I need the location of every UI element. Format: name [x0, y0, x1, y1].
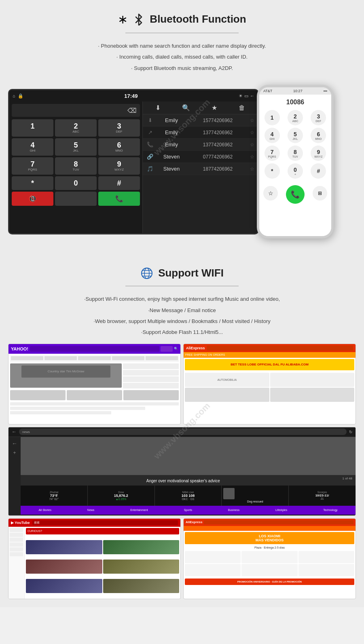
dial-2[interactable]: 2ABC [55, 119, 97, 137]
contact-name-3: Emily [157, 141, 186, 148]
search-icon[interactable]: 🔍 [182, 104, 190, 112]
contact-type-icon-2: ↗ [146, 129, 154, 135]
ali2-product-5[interactable] [241, 564, 297, 576]
news-back-button[interactable]: ← [12, 429, 17, 435]
call-start-button[interactable]: 📞 [98, 192, 140, 206]
yahoo-search-icon[interactable]: 🔍 [174, 347, 178, 351]
phone-dial-0[interactable]: 0+ [288, 163, 303, 179]
side-nav: ← + [8, 437, 21, 515]
ali2-product-3[interactable] [298, 551, 354, 563]
contact-name-1: Emily [157, 117, 186, 123]
phone-dial-4[interactable]: 4GHI [265, 128, 280, 143]
yahoo-side-3 [123, 376, 179, 382]
phone-mockup: AT&T 10:27 ▪▪▪ 10086 1 2ABC 3DEF 4GHI 5J… [257, 85, 334, 239]
yt-thumb-5[interactable] [26, 579, 102, 593]
yt-thumb-1[interactable] [26, 540, 102, 554]
bluetooth-demo: ⌂ 🔒 17:49 ☀ ▭ ← ⌫ 1 2A [8, 77, 356, 247]
dialpad-display: ⌫ [12, 104, 140, 117]
yahoo-header: YAHOO! 🔍 [8, 344, 180, 354]
dial-8[interactable]: 8TUV [55, 157, 97, 175]
yt-thumb-3[interactable] [26, 560, 102, 574]
ali2-product-4[interactable] [185, 564, 241, 576]
dial-4[interactable]: 4GHI [12, 138, 53, 156]
dial-6[interactable]: 6MNO [98, 138, 140, 156]
yahoo-thumbnails [10, 390, 179, 400]
yahoo-hero-image: Country star Tim McGraw [10, 363, 122, 388]
nav-news[interactable]: News [87, 509, 95, 511]
bt-feature-3: · Support Bluetooth music streaming, A2D… [8, 63, 356, 73]
news-url-bar[interactable]: news [19, 429, 347, 435]
aliexpress-screenshot-bottom: AliExpress LOS XIAOMIMÁS VENDIDOS Plaza … [183, 518, 356, 599]
news-headline-bar: Anger over motivational speaker's advice… [21, 475, 356, 486]
phone-dial-2[interactable]: 2ABC [288, 110, 303, 125]
backspace-button[interactable]: ⌫ [127, 107, 137, 114]
phone-grid-btn[interactable]: ⊞ [313, 186, 327, 201]
dialpad-grid: 1 2ABC 3DEF 4GHI 5JKL 6MNO 7PQRS 8TUV 9W… [12, 119, 140, 206]
phone-dial-6[interactable]: 6MNO [311, 128, 326, 143]
yahoo-article-1 [10, 402, 179, 405]
ali-banner-text: BET TESS LOBE OFFICIAL DAL FU ALIBABA.CO… [231, 363, 309, 366]
nav-entertainment[interactable]: Entertainment [130, 509, 148, 511]
ticker-temp-range: 74° 62° [22, 498, 86, 500]
call-end-icon: 📵 [29, 195, 37, 203]
yt-side-6 [10, 552, 23, 556]
phone-dialpad: 1 2ABC 3DEF 4GHI 5JKL 6MNO 7PQRS 8TUV 9W… [262, 110, 329, 179]
phone-dial-star[interactable]: * [265, 163, 280, 179]
phone-call-button[interactable]: 📞 [286, 185, 305, 204]
dial-5[interactable]: 5JKL [55, 138, 97, 156]
nav-lifestyles[interactable]: Lifestyles [275, 509, 287, 511]
bt-feature-1: · Phonebook with name search function an… [8, 41, 356, 51]
dial-star[interactable]: * [12, 176, 53, 190]
yahoo-nav-item [112, 356, 144, 360]
bt-feature-2: · Incoming calls, dialed calls, missed c… [8, 52, 356, 61]
phone-dial-hash[interactable]: # [311, 163, 326, 179]
phone-star-btn[interactable]: ☆ [263, 186, 278, 201]
nav-technology[interactable]: Technology [323, 509, 337, 511]
ali2-product-6[interactable] [298, 564, 354, 576]
nav-sports[interactable]: Sports [184, 509, 192, 511]
side-nav-icon[interactable]: + [10, 450, 19, 456]
yahoo-nav [10, 355, 179, 362]
dial-7[interactable]: 7PQRS [12, 157, 53, 175]
dial-1[interactable]: 1 [12, 119, 53, 137]
call-end-button[interactable]: 📵 [12, 192, 53, 206]
ali-header: AliExpress [184, 344, 356, 352]
wifi-title: Support WIFI [158, 267, 224, 279]
home-icon[interactable]: ⌂ [13, 93, 15, 98]
url-text: news [22, 430, 30, 434]
star-icon[interactable]: ★ [212, 104, 217, 112]
refresh-icon[interactable]: ↻ [349, 430, 352, 434]
ticker-dow: Dow 15,876.2 ▲0.35% [88, 486, 155, 506]
side-back-icon[interactable]: ← [10, 440, 19, 447]
phone-dial-9[interactable]: 9WXYZ [311, 146, 326, 161]
nav-business[interactable]: Business [228, 509, 239, 511]
phone-dial-7[interactable]: 7PQRS [265, 146, 280, 161]
wifi-feature-1: ·Support Wi-Fi connection, enjoy high sp… [8, 294, 356, 304]
dial-3[interactable]: 3DEF [98, 119, 140, 137]
dial-0[interactable]: 0 [55, 176, 97, 190]
ticker-horoscope-date: 10/23-11/ [290, 494, 354, 497]
news-headline-text: Anger over motivational speaker's advice [146, 479, 220, 483]
ali2-header: AliExpress [184, 519, 356, 526]
ali2-product-1[interactable] [185, 551, 241, 563]
ticker-nba-teams: OKC · GS [157, 498, 220, 500]
yt-thumb-2[interactable] [103, 540, 180, 554]
ali2-product-2[interactable] [241, 551, 297, 563]
nav-all-stories[interactable]: All Stories [38, 509, 51, 511]
ali-sub-text: FREE SHIPPING ON ORDERS [185, 353, 225, 356]
yt-side-1 [10, 528, 23, 532]
phone-dial-1[interactable]: 1 [265, 110, 280, 125]
yahoo-article-2 [10, 407, 145, 410]
yt-logo: ▶ YouTube [11, 521, 30, 525]
yahoo-nav-item [11, 356, 43, 360]
yt-thumb-4[interactable] [103, 560, 180, 574]
phone-dial-5[interactable]: 5JKL [288, 128, 303, 143]
download-icon[interactable]: ⬇ [155, 104, 161, 112]
ali2-logo: AliExpress [186, 520, 202, 524]
phone-dial-8[interactable]: 8TUV [288, 146, 303, 161]
yt-thumb-6[interactable] [103, 579, 180, 593]
phone-dial-3[interactable]: 3DEF [311, 110, 326, 125]
news-address-bar: ← news ↻ [8, 427, 356, 437]
dial-hash[interactable]: # [98, 176, 140, 190]
dial-9[interactable]: 9WXYZ [98, 157, 140, 175]
